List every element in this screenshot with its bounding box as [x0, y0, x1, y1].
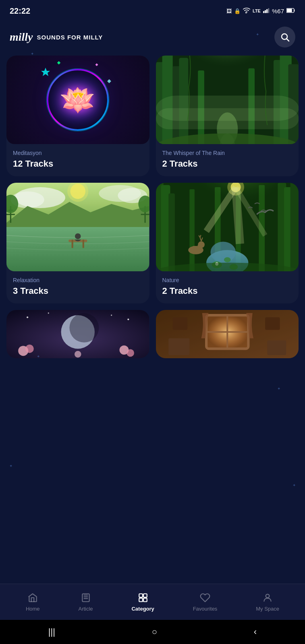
svg-marker-11	[41, 68, 50, 76]
svg-rect-99	[139, 594, 143, 597]
card-tracks-relaxation: 3 Tracks	[13, 286, 143, 296]
logo-subtitle: SOUNDS FOR MILLY	[37, 34, 103, 41]
android-home-button[interactable]: ○	[152, 627, 157, 637]
room-svg	[156, 310, 299, 358]
lotus-emoji: 🪷	[60, 83, 96, 117]
android-recent-button[interactable]: |||	[48, 627, 55, 637]
card-info-relaxation: Relaxation 3 Tracks	[6, 271, 149, 303]
category-card-meditation[interactable]: 🪷 Meditasyon 12 Tracks	[6, 56, 149, 176]
person-icon	[262, 592, 273, 603]
search-button[interactable]	[274, 27, 295, 47]
svg-rect-2	[266, 9, 268, 13]
svg-rect-100	[143, 594, 147, 597]
svg-point-74	[69, 313, 99, 343]
status-bar: 22:22 🖼 🔒 LTE %67	[0, 0, 305, 20]
nav-label-favourites: Favourites	[193, 606, 218, 612]
nature-artwork	[156, 183, 299, 271]
svg-point-77	[127, 318, 129, 320]
lte-icon: LTE	[253, 8, 261, 13]
category-card-rain[interactable]: The Whisper of The Rain 2 Tracks	[156, 56, 299, 176]
svg-rect-13	[95, 63, 98, 66]
card-tracks-nature: 2 Tracks	[162, 286, 293, 296]
card-info-nature: Nature 2 Tracks	[156, 271, 299, 303]
nav-item-category[interactable]: Category	[125, 589, 160, 615]
nav-label-article: Article	[78, 606, 93, 612]
battery-text: %67	[272, 8, 284, 14]
bottom-spacer	[0, 358, 305, 423]
svg-point-83	[75, 351, 81, 358]
card-category-rain: The Whisper of The Rain	[162, 150, 293, 156]
svg-rect-1	[265, 10, 266, 13]
home-icon	[27, 592, 38, 603]
android-back-button[interactable]: ‹	[254, 627, 257, 637]
card-category-relaxation: Relaxation	[13, 277, 143, 283]
svg-point-103	[266, 594, 270, 598]
svg-rect-0	[263, 11, 264, 13]
battery-icon	[286, 8, 295, 14]
category-icon	[137, 592, 149, 603]
svg-rect-28	[156, 108, 299, 129]
logo-text: milly	[10, 31, 33, 43]
category-card-room[interactable]	[156, 310, 299, 358]
lake-svg	[6, 183, 149, 271]
card-image-nature	[156, 183, 299, 271]
card-category-nature: Nature	[162, 277, 293, 283]
wifi-icon	[243, 8, 250, 14]
svg-rect-3	[268, 8, 269, 13]
svg-rect-94	[156, 310, 299, 358]
nav-label-category: Category	[131, 606, 154, 612]
svg-point-75	[27, 316, 28, 318]
signal-icon	[263, 8, 270, 14]
android-nav-bar: ||| ○ ‹	[0, 620, 305, 644]
svg-rect-5	[287, 8, 292, 12]
svg-rect-14	[107, 79, 111, 83]
svg-line-7	[287, 39, 289, 41]
svg-rect-102	[143, 598, 147, 602]
svg-rect-71	[156, 183, 299, 271]
nav-item-home[interactable]: Home	[19, 589, 46, 615]
card-image-relaxation	[6, 183, 149, 271]
nav-label-myspace: My Space	[256, 606, 279, 612]
gallery-icon: 🖼	[226, 8, 232, 14]
card-tracks-rain: 2 Tracks	[162, 159, 293, 169]
heart-icon	[199, 592, 211, 603]
meditation-artwork: 🪷	[6, 56, 149, 144]
category-card-moon[interactable]	[6, 310, 149, 358]
bottom-nav: Home Article Category	[0, 584, 305, 620]
rain-forest-artwork	[156, 56, 299, 144]
svg-point-76	[48, 312, 49, 314]
search-icon	[280, 32, 290, 42]
svg-rect-101	[139, 598, 143, 602]
status-icons: 🖼 🔒 LTE %67	[226, 8, 295, 14]
card-info-meditation: Meditasyon 12 Tracks	[6, 144, 149, 176]
status-time: 22:22	[10, 6, 30, 16]
svg-point-78	[111, 315, 112, 316]
article-icon	[80, 592, 91, 603]
svg-point-80	[25, 345, 34, 353]
forest-svg	[156, 56, 299, 144]
header: milly SOUNDS FOR MILLY	[0, 20, 305, 56]
nature-svg	[156, 183, 299, 271]
card-category-meditation: Meditasyon	[13, 150, 143, 156]
moon-svg	[6, 310, 149, 358]
card-image-rain	[156, 56, 299, 144]
svg-rect-45	[6, 183, 149, 271]
logo: milly SOUNDS FOR MILLY	[10, 31, 103, 43]
svg-point-82	[127, 349, 134, 357]
lock-icon: 🔒	[234, 8, 241, 14]
card-image-meditation: 🪷	[6, 56, 149, 144]
svg-rect-12	[57, 61, 60, 64]
nav-item-myspace[interactable]: My Space	[249, 589, 286, 615]
lake-artwork	[6, 183, 149, 271]
nav-item-favourites[interactable]: Favourites	[187, 589, 224, 615]
nav-label-home: Home	[26, 606, 40, 612]
category-card-relaxation[interactable]: Relaxation 3 Tracks	[6, 183, 149, 303]
nav-item-article[interactable]: Article	[72, 589, 99, 615]
categories-grid: 🪷 Meditasyon 12 Tracks	[0, 56, 305, 358]
card-info-rain: The Whisper of The Rain 2 Tracks	[156, 144, 299, 176]
category-card-nature[interactable]: Nature 2 Tracks	[156, 183, 299, 303]
card-tracks-meditation: 12 Tracks	[13, 159, 143, 169]
